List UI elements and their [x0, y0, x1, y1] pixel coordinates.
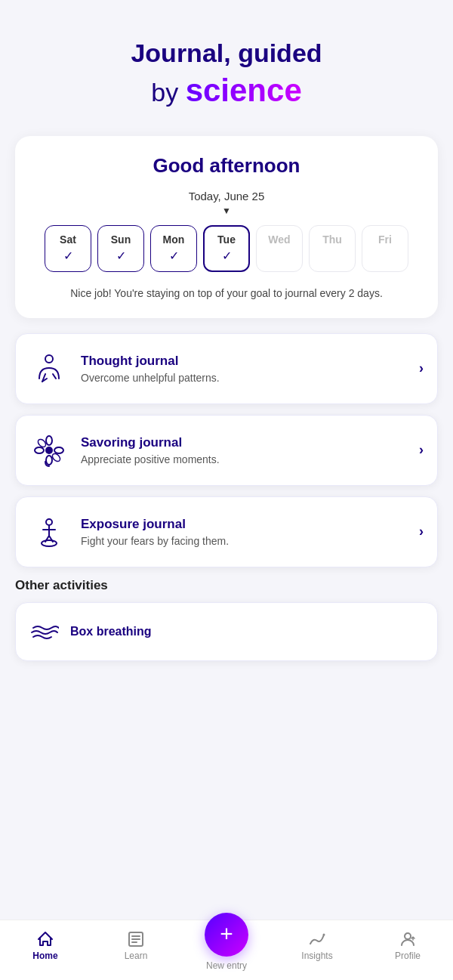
nav-home[interactable]: Home — [0, 930, 91, 961]
nav-home-label: Home — [32, 951, 57, 961]
thought-journal-subtitle: Overcome unhelpful patterns. — [81, 372, 413, 384]
nav-profile[interactable]: Profile — [362, 930, 453, 961]
header-science: science — [186, 73, 302, 108]
motivation-text: Nice job! You're staying on top of your … — [30, 286, 423, 301]
svg-point-2 — [46, 436, 52, 445]
savoring-journal-subtitle: Appreciate positive moments. — [81, 453, 413, 465]
thought-journal-title: Thought journal — [81, 354, 413, 369]
new-entry-button[interactable]: + — [205, 913, 248, 957]
savoring-journal-text: Savoring journal Appreciate positive mom… — [81, 435, 413, 465]
day-fri[interactable]: Fri ✓ — [362, 225, 408, 272]
exposure-journal-icon — [29, 512, 69, 552]
days-row: Sat ✓ Sun ✓ Mon ✓ Tue ✓ Wed ✓ Thu ✓ Fr — [30, 225, 423, 272]
insights-icon — [308, 930, 326, 948]
exposure-journal-arrow: › — [419, 524, 424, 539]
day-thu[interactable]: Thu ✓ — [309, 225, 356, 272]
date-label: Today, June 25 — [30, 190, 423, 202]
day-tue[interactable]: Tue ✓ — [203, 225, 250, 272]
learn-icon — [127, 930, 145, 948]
savoring-journal-title: Savoring journal — [81, 435, 413, 450]
header-line2: by science — [15, 69, 438, 113]
date-card: Good afternoon Today, June 25 ▼ Sat ✓ Su… — [15, 136, 438, 318]
exposure-journal-card[interactable]: Exposure journal Fight your fears by fac… — [15, 496, 438, 567]
box-breathing-title: Box breathing — [70, 625, 152, 638]
header: Journal, guided by science — [0, 0, 453, 128]
date-arrow: ▼ — [30, 206, 423, 216]
exposure-journal-subtitle: Fight your fears by facing them. — [81, 535, 413, 547]
other-activities-section: Other activities Box breathing — [15, 578, 438, 661]
svg-point-0 — [45, 355, 53, 363]
svg-point-13 — [42, 540, 57, 546]
svg-point-8 — [46, 519, 52, 525]
day-sun[interactable]: Sun ✓ — [97, 225, 144, 272]
exposure-journal-text: Exposure journal Fight your fears by fac… — [81, 517, 413, 547]
svg-point-18 — [323, 934, 325, 936]
savoring-journal-icon — [29, 431, 69, 470]
nav-learn-label: Learn — [125, 951, 148, 961]
other-activities-title: Other activities — [15, 578, 438, 593]
nav-insights[interactable]: Insights — [272, 930, 362, 961]
nav-insights-label: Insights — [301, 951, 332, 961]
svg-point-3 — [46, 456, 52, 465]
header-line1: Journal, guided — [15, 38, 438, 69]
svg-point-5 — [54, 447, 63, 453]
svg-point-1 — [45, 447, 53, 454]
breathing-icon — [29, 617, 60, 647]
thought-journal-card[interactable]: Thought journal Overcome unhelpful patte… — [15, 333, 438, 404]
nav-new-entry-label: New entry — [206, 960, 247, 971]
thought-journal-text: Thought journal Overcome unhelpful patte… — [81, 354, 413, 384]
box-breathing-card[interactable]: Box breathing — [15, 602, 438, 661]
day-wed[interactable]: Wed ✓ — [256, 225, 303, 272]
greeting-title: Good afternoon — [30, 154, 423, 178]
nav-profile-label: Profile — [395, 951, 421, 961]
nav-learn[interactable]: Learn — [91, 930, 181, 961]
thought-journal-icon — [29, 349, 69, 388]
home-icon — [36, 930, 54, 948]
day-sat[interactable]: Sat ✓ — [45, 225, 91, 272]
profile-icon — [399, 930, 417, 948]
exposure-journal-title: Exposure journal — [81, 517, 413, 532]
bottom-nav: Home Learn + New entry Insights — [0, 920, 453, 980]
savoring-journal-arrow: › — [419, 442, 424, 458]
savoring-journal-card[interactable]: Savoring journal Appreciate positive mom… — [15, 415, 438, 486]
thought-journal-arrow: › — [419, 360, 424, 376]
day-mon[interactable]: Mon ✓ — [150, 225, 197, 272]
svg-point-19 — [405, 933, 411, 939]
nav-new-entry[interactable]: + New entry — [181, 920, 272, 971]
svg-point-4 — [35, 447, 44, 453]
